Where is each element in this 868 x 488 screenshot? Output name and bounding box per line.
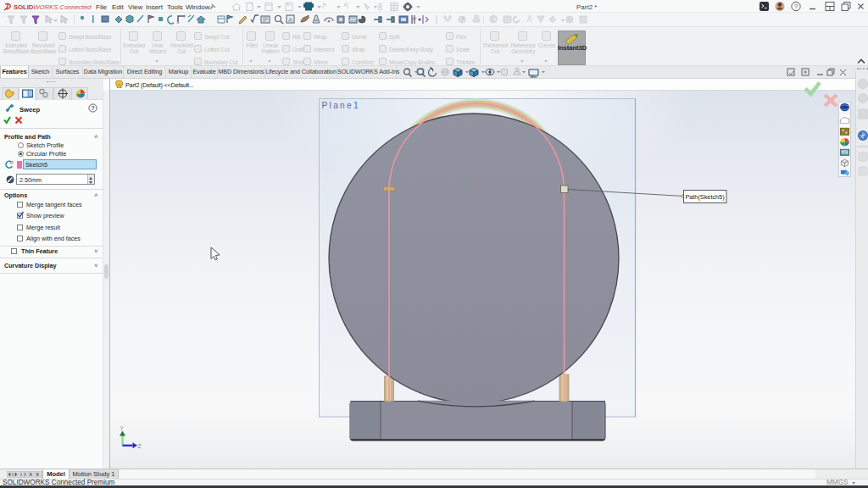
svg-text:A: A: [288, 16, 292, 24]
svg-text:Path(Sketch5): Path(Sketch5): [685, 193, 724, 201]
svg-text:Y: Y: [120, 425, 125, 431]
svg-text:Z: Z: [138, 443, 142, 449]
svg-text:?: ?: [794, 3, 798, 10]
svg-text:?: ?: [91, 104, 95, 112]
svg-text:Plane1: Plane1: [322, 101, 361, 110]
